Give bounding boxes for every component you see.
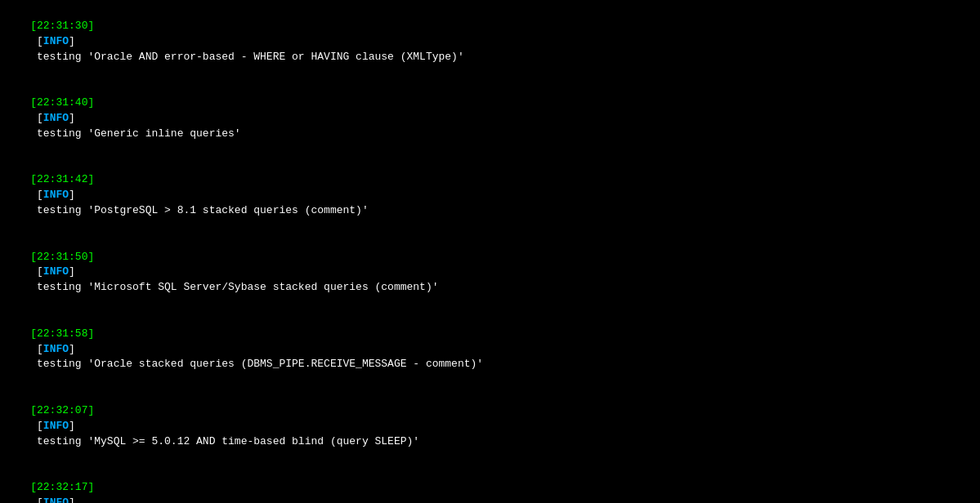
terminal-line: [22:32:17] [INFO] testing 'PostgreSQL > … — [5, 465, 975, 503]
terminal-line: [22:31:40] [INFO] testing 'Generic inlin… — [5, 80, 975, 157]
terminal-line: [22:31:30] [INFO] testing 'Oracle AND er… — [5, 3, 975, 80]
terminal-line: [22:31:58] [INFO] testing 'Oracle stacke… — [5, 311, 975, 388]
terminal-line: [22:32:07] [INFO] testing 'MySQL >= 5.0.… — [5, 388, 975, 465]
terminal-line: [22:31:50] [INFO] testing 'Microsoft SQL… — [5, 234, 975, 311]
terminal-window: [22:31:30] [INFO] testing 'Oracle AND er… — [0, 0, 980, 503]
terminal-line: [22:31:42] [INFO] testing 'PostgreSQL > … — [5, 157, 975, 234]
